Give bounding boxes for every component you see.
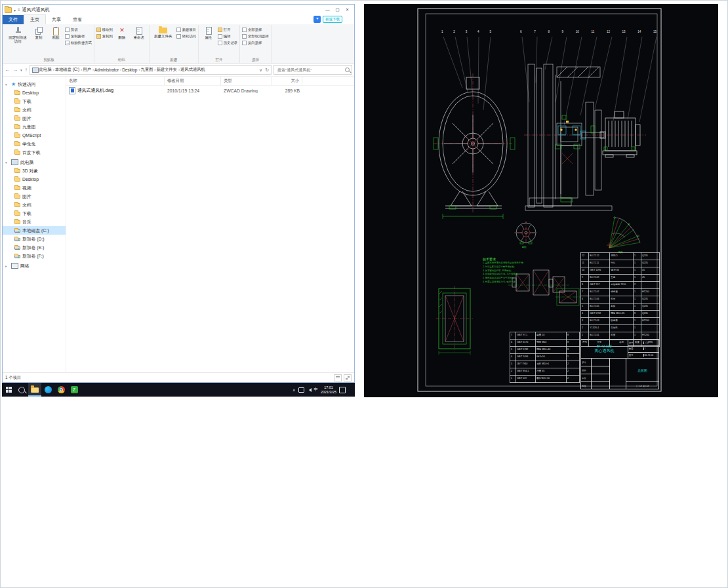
volume-icon[interactable] [307,388,312,392]
up-button[interactable]: ↑ [25,67,28,73]
tab-home[interactable]: 主页 [24,14,46,24]
sidebar-item[interactable]: Desktop [3,88,66,97]
breadcrumb-item[interactable]: Administrator› [94,67,122,73]
column-name[interactable]: 名称 [66,77,165,85]
sidebar-item[interactable]: 百度下载 [3,148,66,157]
sidebar-item[interactable]: 图片 [3,114,66,123]
balloon-number: 12 [607,30,610,33]
sidebar-item[interactable]: 3D 对象 [3,167,66,175]
sidebar: ▾ ★ 快速访问 Desktop 下载 文档 [3,77,66,372]
search-input[interactable] [276,68,344,73]
sidebar-item[interactable]: 九童图 [3,123,66,131]
column-size[interactable]: 大小 [272,77,302,85]
cad-viewport[interactable]: 12345 6789101112131415 技术要求 1. 装配前所有零件应清… [364,4,718,397]
sidebar-section-quick-access[interactable]: ▾ ★ 快速访问 [3,80,66,88]
taskbar-search-button[interactable] [15,383,28,397]
recent-locations-button[interactable]: ▾ [20,68,22,72]
sidebar-item[interactable]: Desktop [3,175,66,184]
tray-app-icon[interactable] [298,387,304,393]
balloon-numbers-right: 6789101112131415 [520,30,657,33]
invert-selection-button[interactable]: 反向选择 [242,40,269,46]
refresh-icon[interactable]: ↻ [265,68,269,73]
maximize-button[interactable]: ▢ [333,6,342,14]
properties-button[interactable]: 属性 [201,26,216,40]
move-to-button[interactable]: 移动到 [96,27,113,33]
breadcrumb-item[interactable]: 通风式通风机› [180,67,205,73]
sidebar-item[interactable]: 学兔兔 [3,140,66,148]
new-item-button[interactable]: 新建项目 [176,27,196,33]
copy-path-button[interactable]: 复制路径 [65,33,92,39]
sidebar-item[interactable]: 视频 [3,184,66,192]
sidebar-item[interactable]: 图片 [3,192,66,201]
tab-view[interactable]: 查看 [67,15,88,24]
sidebar-item[interactable]: 新加卷 (F:) [3,252,66,260]
breadcrumb[interactable]: 此电脑› 本地磁盘 (C:)› 用户› Administrator› Deskt… [30,65,272,75]
breadcrumb-item[interactable]: 此电脑› [39,67,55,73]
download-icon[interactable] [313,16,321,23]
chevron-down-icon[interactable]: ▾ [5,83,9,87]
column-date[interactable]: 修改日期 [165,77,221,85]
start-button[interactable] [2,383,15,397]
edit-button[interactable]: 编辑 [218,33,237,39]
breadcrumb-item[interactable]: 九童图› [140,67,156,73]
copy-button[interactable]: 复制 [31,26,47,40]
overlay-badge[interactable]: 极速下载 [323,16,342,23]
new-folder-button[interactable]: 新建文件夹 [152,26,175,39]
icons-view-button[interactable] [344,374,352,382]
taskbar-cad-app-button[interactable]: Z [68,383,81,397]
rename-icon [134,26,143,35]
rename-button[interactable]: 重命名 [131,26,147,40]
history-button[interactable]: 历史记录 [218,40,237,46]
minimize-button[interactable]: — [323,6,333,14]
tab-share[interactable]: 共享 [46,15,67,24]
copy-to-button[interactable]: 复制到 [96,33,113,39]
tray-expand-icon[interactable]: ∧ [293,387,295,392]
detail-label-a: A向 [522,245,527,248]
forward-button[interactable]: → [12,67,18,73]
action-center-icon[interactable] [339,387,346,393]
taskbar-clock[interactable]: 17:01 2021/3/25 [321,385,336,394]
item-icon [14,186,20,190]
back-button[interactable]: ← [5,67,10,73]
delete-button[interactable]: 删除 [114,26,130,40]
select-none-button[interactable]: 全部取消选择 [242,33,269,39]
breadcrumb-item[interactable]: 新建文件夹› [156,67,180,73]
paste-button[interactable]: 粘贴 [48,26,64,40]
sidebar-item[interactable]: 新加卷 (D:) [3,235,66,243]
sidebar-section-this-pc[interactable]: ▾ 此电脑 [3,158,66,167]
sidebar-item[interactable]: 文档 [3,201,66,209]
taskbar-explorer-button[interactable] [28,383,41,397]
chevron-right-icon[interactable]: ▸ [5,264,9,268]
quick-access-toolbar-icon[interactable]: ▾ [14,8,16,12]
paste-shortcut-button[interactable]: 粘贴快捷方式 [65,40,92,46]
item-icon [14,246,20,250]
standard-parts-table: 7GB/T 97.1垫圈 108 6GB/T 6170螺母 M108 5GB/T… [510,332,580,383]
open-button[interactable]: 打开 [218,27,237,33]
chevron-down-icon[interactable]: ▾ [5,161,9,165]
sidebar-item[interactable]: 音乐 [3,218,66,226]
sidebar-section-network[interactable]: ▸ 网络 [3,262,66,270]
breadcrumb-item[interactable]: 用户› [83,67,94,73]
tab-file[interactable]: 文件 [3,15,24,24]
sidebar-item[interactable]: 文档 [3,106,66,114]
sidebar-item[interactable]: 下载 [3,97,66,106]
cut-button[interactable]: 剪切 [65,27,92,33]
sidebar-item[interactable]: 本地磁盘 (C:) [3,226,66,235]
breadcrumb-item[interactable]: Desktop› [122,67,140,73]
select-all-button[interactable]: 全部选择 [242,27,269,33]
sidebar-item[interactable]: 下载 [3,209,66,218]
sidebar-item[interactable]: QMScript [3,131,66,140]
details-view-button[interactable] [334,374,342,382]
pin-to-quick-access-button[interactable]: 固定到快速访问 [6,26,30,45]
easy-access-button[interactable]: 轻松访问 [176,33,196,39]
taskbar-edge-button[interactable] [41,383,54,397]
close-button[interactable]: ✕ [342,6,352,14]
ime-indicator[interactable]: 中 [314,387,319,393]
sidebar-item[interactable]: 新加卷 (E:) [3,243,66,252]
taskbar-chrome-button[interactable] [54,383,68,397]
file-row[interactable]: 通风式通风机.dwg 2010/1/19 13:24 ZWCAD Drawing… [66,86,354,95]
breadcrumb-item[interactable]: 本地磁盘 (C:)› [55,67,83,73]
column-type[interactable]: 类型 [221,77,272,85]
computer-icon [32,68,39,73]
address-dropdown-icon[interactable]: ∨ [259,68,262,73]
